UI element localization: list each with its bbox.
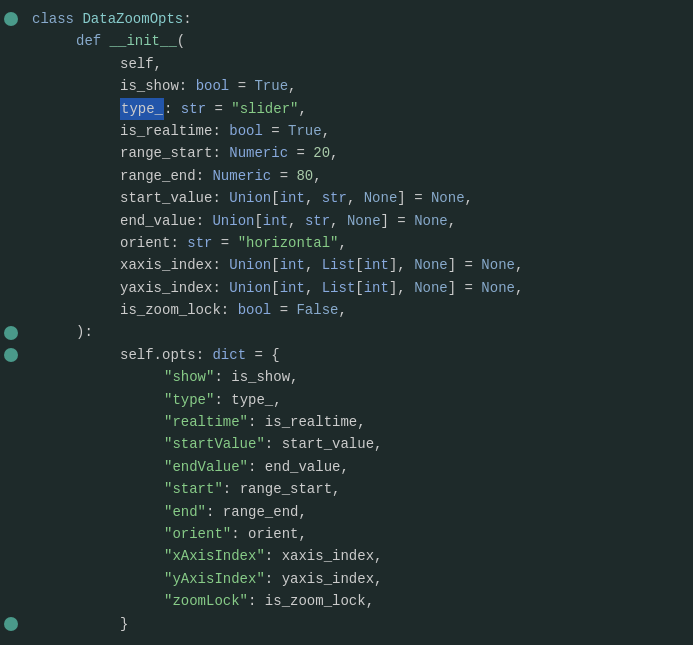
line-content: is_zoom_lock: bool = False, [32, 299, 347, 321]
builtin-type-token: str [187, 232, 212, 254]
punctuation-token: : [265, 568, 282, 590]
punctuation-token: [ [271, 254, 279, 276]
punctuation-token: = [271, 165, 296, 187]
line-content: range_end: Numeric = 80, [32, 165, 322, 187]
punctuation-token: ], [389, 277, 414, 299]
punctuation-token: = { [246, 344, 280, 366]
punctuation-token: : [212, 187, 229, 209]
punctuation-token: : [196, 344, 213, 366]
code-line: end_value: Union[int, str, None] = None, [0, 210, 693, 232]
builtin-type-token: Union [229, 254, 271, 276]
punctuation-token: : [183, 8, 191, 30]
builtin-type-token: str [181, 98, 206, 120]
string-token: "slider" [231, 98, 298, 120]
code-line: "show": is_show, [0, 366, 693, 388]
param-token: yaxis_index [282, 568, 374, 590]
punctuation-token: , [339, 232, 347, 254]
code-line: "startValue": start_value, [0, 433, 693, 455]
punctuation-token: , [330, 210, 347, 232]
builtin-type-token: str [305, 210, 330, 232]
builtin-type-token: bool [229, 120, 263, 142]
punctuation-token: ] = [448, 254, 482, 276]
code-line: self, [0, 53, 693, 75]
none-val-token: None [364, 187, 398, 209]
builtin-type-token: Union [229, 187, 271, 209]
line-content: self.opts: dict = { [32, 344, 280, 366]
punctuation-token: , [338, 299, 346, 321]
punctuation-token: , [515, 277, 523, 299]
kw-token: class [32, 8, 82, 30]
punctuation-token: , [357, 411, 365, 433]
code-line: "type": type_, [0, 389, 693, 411]
code-line: "xAxisIndex": xaxis_index, [0, 545, 693, 567]
builtin-type-token: int [364, 254, 389, 276]
punctuation-token: = [288, 142, 313, 164]
param-token: opts [162, 344, 196, 366]
none-val-token: None [481, 277, 515, 299]
code-line: is_show: bool = True, [0, 75, 693, 97]
param-token: self [120, 53, 154, 75]
punctuation-token: , [290, 366, 298, 388]
default-true-token: True [288, 120, 322, 142]
string-token: "start" [164, 478, 223, 500]
code-line: "zoomLock": is_zoom_lock, [0, 590, 693, 612]
punctuation-token: : [179, 75, 196, 97]
punctuation-token: ] = [397, 187, 431, 209]
punctuation-token: : [206, 501, 223, 523]
string-token: "xAxisIndex" [164, 545, 265, 567]
code-line: self.opts: dict = { [0, 344, 693, 366]
punctuation-token: : [170, 232, 187, 254]
param-token: type_ [231, 389, 273, 411]
line-content: "orient": orient, [32, 523, 307, 545]
param-token: end_value [265, 456, 341, 478]
param-token: is_zoom_lock [265, 590, 366, 612]
line-content: end_value: Union[int, str, None] = None, [32, 210, 456, 232]
punctuation-token: } [120, 613, 128, 635]
builtin-type-token: List [322, 254, 356, 276]
punctuation-token: : [248, 456, 265, 478]
punctuation-token: : [196, 210, 213, 232]
none-val-token: None [431, 187, 465, 209]
builtin-type-token: Numeric [212, 165, 271, 187]
builtin-type-token: List [322, 277, 356, 299]
param-token: range_start [240, 478, 332, 500]
line-content: "startValue": start_value, [32, 433, 382, 455]
breakpoint-icon [4, 12, 18, 26]
line-content: ): [32, 321, 93, 343]
builtin-type-token: Numeric [229, 142, 288, 164]
string-token: "end" [164, 501, 206, 523]
code-editor: class DataZoomOpts:def __init__(self,is_… [0, 0, 693, 645]
punctuation-token: : [265, 545, 282, 567]
param-token: self [120, 344, 154, 366]
string-token: "endValue" [164, 456, 248, 478]
string-token: "orient" [164, 523, 231, 545]
num-val-token: 80 [296, 165, 313, 187]
line-content: yaxis_index: Union[int, List[int], None]… [32, 277, 523, 299]
param-token: start_value [120, 187, 212, 209]
builtin-type-token: dict [212, 344, 246, 366]
punctuation-token: : [214, 366, 231, 388]
builtin-type-token: Union [212, 210, 254, 232]
builtin-type-token: str [322, 187, 347, 209]
none-val-token: None [414, 277, 448, 299]
punctuation-token: : [248, 411, 265, 433]
line-content: xaxis_index: Union[int, List[int], None]… [32, 254, 523, 276]
param-token: end_value [120, 210, 196, 232]
param-token: orient [120, 232, 170, 254]
fn-name-token: __init__ [110, 30, 177, 52]
punctuation-token: : [212, 142, 229, 164]
punctuation-token: : [248, 590, 265, 612]
punctuation-token: : [265, 433, 282, 455]
punctuation-token: , [298, 523, 306, 545]
punctuation-token: = [263, 120, 288, 142]
punctuation-token: : [212, 277, 229, 299]
string-token: "zoomLock" [164, 590, 248, 612]
builtin-type-token: Union [229, 277, 271, 299]
punctuation-token: : [214, 389, 231, 411]
punctuation-token: ( [177, 30, 185, 52]
kw-token: def [76, 30, 110, 52]
param-token: is_realtime [120, 120, 212, 142]
punctuation-token: . [154, 344, 162, 366]
punctuation-token: , [288, 210, 305, 232]
line-content: orient: str = "horizontal", [32, 232, 347, 254]
